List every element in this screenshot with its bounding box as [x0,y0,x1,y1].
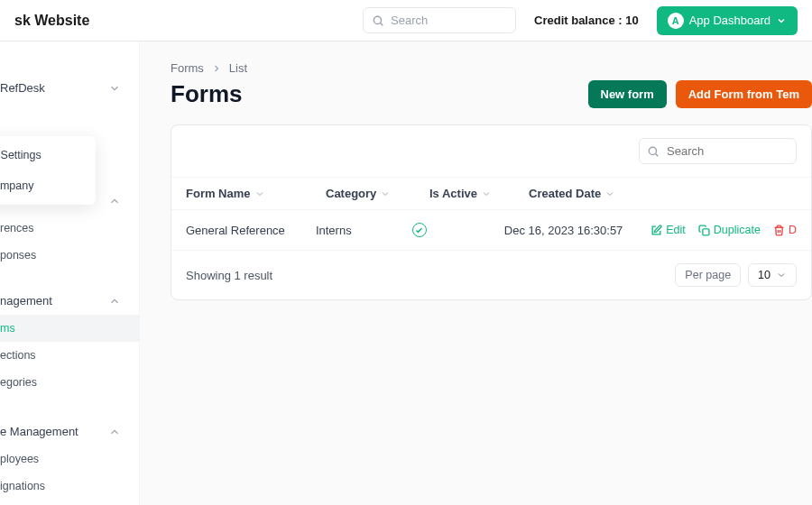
app-dashboard-button[interactable]: A App Dashboard [657,6,798,35]
chevron-up-icon [108,295,121,308]
search-icon [647,145,660,158]
popover-item-settings[interactable]: pany Settings [0,140,96,170]
cell-created-date: Dec 16, 2023 16:30:57 [504,224,651,237]
popover-item-create[interactable]: te Company [0,170,96,201]
table-footer: Showing 1 result Per page 10 [171,250,811,299]
sidebar-item-responses[interactable]: ponses [0,242,139,269]
avatar: A [668,13,684,29]
page-header: Forms New form Add Form from Tem [171,80,812,108]
perpage-select[interactable]: 10 [748,263,797,287]
col-category[interactable]: Category [326,187,429,200]
chevron-down-icon [108,82,121,95]
sidebar-head-refdesk[interactable]: RefDesk [0,74,139,102]
sidebar-head-management[interactable]: nagement [0,287,139,315]
cell-actions: Edit Duplicate D [651,224,797,236]
perpage-label: Per page [675,263,741,287]
add-from-template-button[interactable]: Add Form from Tem [676,80,812,108]
svg-rect-4 [703,228,709,234]
top-header: sk Website Credit balance : 10 A App Das… [0,0,812,41]
edit-icon [651,225,662,236]
cell-category: Interns [316,224,412,237]
table-search-input[interactable] [639,138,797,164]
global-search-input[interactable] [363,7,516,33]
breadcrumb-list: List [229,61,247,75]
svg-line-1 [381,23,383,25]
trash-icon [773,225,785,236]
forms-table-card: Form Name Category Is Active Created Dat… [171,124,812,300]
sidebar-section-management: nagement ms ections egories [0,287,139,396]
svg-line-3 [656,153,659,156]
main-content: Forms List Forms New form Add Form from … [140,41,812,505]
edit-button[interactable]: Edit [651,224,686,236]
chevron-up-icon [108,426,121,438]
chevron-down-icon [380,188,391,199]
app-dashboard-label: App Dashboard [689,14,770,27]
chevron-right-icon [211,63,222,74]
delete-button[interactable]: D [773,224,797,236]
copy-icon [698,225,710,236]
cell-form-name: General Reference [186,224,316,237]
sidebar: RefDesk pany Settings te Company es renc… [0,41,140,505]
pagination: Per page 10 [675,263,797,287]
sidebar-item-employees[interactable]: ployees [0,445,139,473]
sidebar-section-emp-management: e Management ployees ignations artments [0,418,139,505]
page-actions: New form Add Form from Tem [588,80,813,108]
table-row: General Reference Interns Dec 16, 2023 1… [171,210,811,250]
sidebar-item-categories[interactable]: egories [0,369,139,396]
sidebar-head-emp-management[interactable]: e Management [0,418,139,445]
col-is-active[interactable]: Is Active [429,187,529,200]
sidebar-item-references[interactable]: rences [0,215,139,242]
svg-point-2 [649,147,656,154]
new-form-button[interactable]: New form [588,80,667,108]
check-circle-icon [412,223,427,237]
cell-is-active [412,223,504,237]
col-created-date[interactable]: Created Date [529,187,687,200]
table-header: Form Name Category Is Active Created Dat… [171,177,811,210]
sidebar-item-designations[interactable]: ignations [0,473,139,500]
page-title: Forms [171,80,242,108]
company-popover: pany Settings te Company [0,136,96,205]
sidebar-section-refdesk: RefDesk [0,74,139,102]
chevron-down-icon [776,270,787,280]
chevron-down-icon [604,188,615,199]
breadcrumb: Forms List [171,61,812,75]
table-search [639,138,797,164]
sidebar-item-sections[interactable]: ections [0,342,139,369]
chevron-up-icon [108,195,121,207]
search-icon [372,14,384,27]
header-right: Credit balance : 10 A App Dashboard [363,6,798,35]
chevron-down-icon [776,15,787,26]
svg-point-0 [374,16,381,23]
global-search [363,7,516,33]
credit-balance: Credit balance : 10 [534,14,639,27]
layout: RefDesk pany Settings te Company es renc… [0,41,812,505]
card-toolbar [171,125,811,177]
result-count: Showing 1 result [186,269,272,282]
sidebar-item-departments[interactable]: artments [0,500,139,505]
breadcrumb-forms[interactable]: Forms [171,61,204,75]
chevron-down-icon [481,188,492,199]
duplicate-button[interactable]: Duplicate [698,224,761,236]
col-form-name[interactable]: Form Name [186,187,326,200]
sidebar-item-forms[interactable]: ms [0,315,139,342]
chevron-down-icon [254,188,265,199]
col-actions [687,187,797,200]
brand-title: sk Website [14,13,89,29]
